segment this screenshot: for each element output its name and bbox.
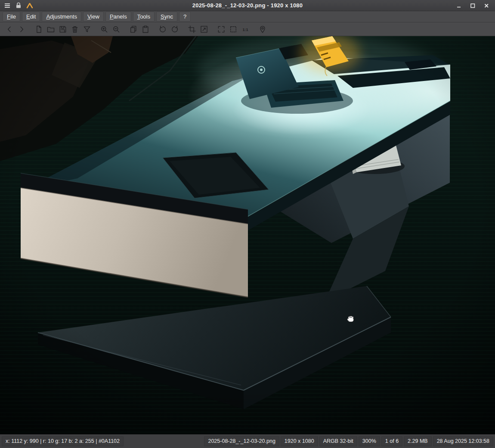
open-file-button[interactable] [33, 23, 45, 35]
rotate-ccw-icon [158, 25, 167, 34]
rotate-ccw-button[interactable] [157, 23, 169, 35]
crop-button[interactable] [186, 23, 198, 35]
actual-size-button[interactable]: 1:1 [239, 23, 251, 35]
chevron-right-icon [17, 25, 26, 34]
menu-view[interactable]: View [83, 12, 104, 22]
chevron-left-icon [5, 25, 14, 34]
filter-button[interactable] [81, 23, 93, 35]
copy-button[interactable] [127, 23, 139, 35]
resize-icon [200, 25, 208, 34]
menu-panels[interactable]: Panels [105, 12, 131, 22]
menu-tools[interactable]: Tools [133, 12, 155, 22]
status-file-size: 2.29 MB [404, 436, 432, 447]
statusbar: x: 1112 y: 990 | r: 10 g: 17 b: 2 a: 255… [0, 434, 495, 448]
paste-button[interactable] [139, 23, 152, 35]
menu-help[interactable]: ? [179, 12, 191, 22]
menu-edit[interactable]: Edit [22, 12, 40, 22]
location-button[interactable] [257, 23, 269, 35]
image-canvas[interactable] [0, 36, 495, 434]
delete-button[interactable] [69, 23, 81, 35]
open-folder-button[interactable] [45, 23, 57, 35]
menu-sync[interactable]: Sync [156, 12, 177, 22]
pan-hand-cursor [347, 316, 354, 322]
image-content [0, 36, 495, 434]
status-image-index: 1 of 6 [381, 436, 402, 447]
rotate-cw-icon [170, 25, 179, 34]
app-window: 2025-08-28_-_12-03-20.png - 1920 x 1080 … [0, 0, 495, 448]
rotate-cw-button[interactable] [169, 23, 181, 35]
maximize-button[interactable] [467, 1, 479, 10]
svg-text:1:1: 1:1 [242, 27, 248, 31]
fullscreen-button[interactable] [215, 23, 227, 35]
vignette [0, 36, 495, 434]
menu-adjustments[interactable]: Adjustments [42, 12, 81, 22]
save-button[interactable] [57, 23, 69, 35]
hamburger-menu-icon[interactable] [3, 2, 11, 9]
zoom-out-icon [112, 25, 121, 34]
close-button[interactable] [480, 1, 492, 10]
frameless-window-icon [229, 25, 238, 34]
status-zoom-level: 300% [359, 436, 380, 447]
one-to-one-icon: 1:1 [241, 25, 250, 34]
status-filename: 2025-08-28_-_12-03-20.png [204, 436, 279, 447]
status-dimensions: 1920 x 1080 [281, 436, 318, 447]
next-image-button[interactable] [15, 23, 28, 35]
window-title: 2025-08-28_-_12-03-20.png - 1920 x 1080 [0, 2, 495, 9]
lock-icon[interactable] [15, 2, 22, 9]
trash-icon [71, 25, 79, 34]
floppy-save-icon [59, 25, 67, 34]
pixel-info: x: 1112 y: 990 | r: 10 g: 17 b: 2 a: 255… [2, 436, 124, 447]
status-modified-date: 28 Aug 2025 12:03:58 [433, 436, 493, 447]
titlebar[interactable]: 2025-08-28_-_12-03-20.png - 1920 x 1080 [0, 0, 495, 11]
paste-clipboard-icon [141, 25, 150, 34]
frameless-button[interactable] [227, 23, 239, 35]
menubar: File Edit Adjustments View Panels Tools … [0, 11, 495, 22]
status-color-format: ARGB 32-bit [319, 436, 357, 447]
minimize-button[interactable] [453, 1, 465, 10]
file-icon [34, 25, 43, 34]
fullscreen-icon [217, 25, 226, 34]
resize-button[interactable] [198, 23, 210, 35]
toolbar: 1:1 [0, 22, 495, 36]
menu-file[interactable]: File [3, 12, 20, 22]
funnel-filter-icon [83, 25, 91, 34]
map-pin-icon [258, 25, 267, 34]
zoom-out-button[interactable] [110, 23, 122, 35]
folder-icon [46, 25, 55, 34]
nomacs-logo-icon [26, 2, 34, 9]
copy-icon [129, 25, 138, 34]
previous-image-button[interactable] [3, 23, 15, 35]
zoom-in-icon [100, 25, 108, 34]
zoom-in-button[interactable] [98, 23, 110, 35]
crop-icon [188, 25, 196, 34]
